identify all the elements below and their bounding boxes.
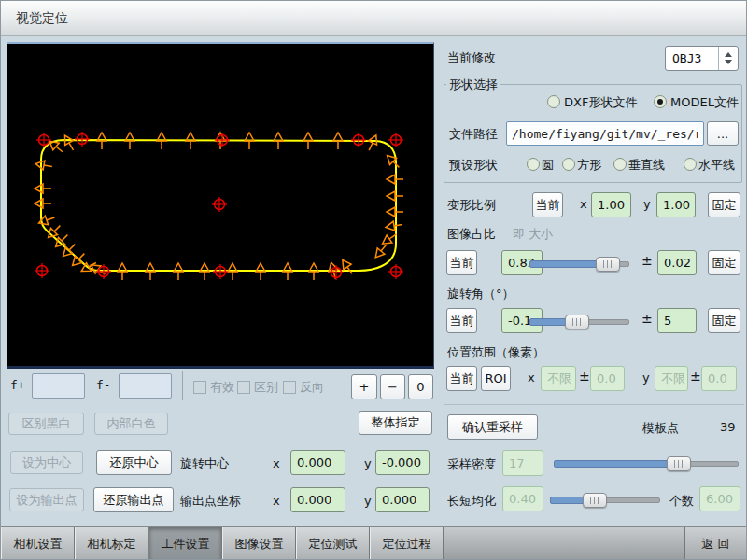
current-edit-label: 当前修改 <box>447 49 496 66</box>
canvas-frame <box>7 42 434 369</box>
sample-point-arrow-icon <box>256 263 265 280</box>
tab-positioning-test[interactable]: 定位测试 <box>296 527 370 560</box>
whole-designate-button[interactable]: 整体指定 <box>359 411 432 435</box>
tab-workpiece-settings[interactable]: 工件设置 <box>148 527 222 560</box>
density-slider-handle[interactable] <box>667 456 691 471</box>
page-title: 视觉定位 <box>16 10 68 27</box>
sample-point-arrow-icon <box>61 133 78 153</box>
sample-point-arrow-icon <box>372 242 389 260</box>
minus-button[interactable]: − <box>380 374 405 399</box>
tab-image-settings[interactable]: 图像设置 <box>222 527 296 560</box>
dxf-file-radio[interactable] <box>547 95 560 108</box>
ratio-fix-button[interactable]: 固定 <box>708 250 740 275</box>
dxf-file-radio-label[interactable]: DXF形状文件 <box>564 94 637 111</box>
sample-point-arrow-icon <box>35 199 51 208</box>
position-y-tol-field: 0.0 <box>701 366 737 391</box>
rotation-current-button[interactable]: 当前 <box>446 308 477 333</box>
f-minus-input[interactable] <box>119 373 172 399</box>
set-output-button: 设为输出点 <box>9 488 84 511</box>
averaging-slider-handle[interactable] <box>583 493 607 508</box>
scale-y-field[interactable]: 1.00 <box>656 192 696 217</box>
scale-current-button[interactable]: 当前 <box>532 192 563 217</box>
preset-vline-label[interactable]: 垂直线 <box>628 157 665 174</box>
preset-hline-label[interactable]: 水平线 <box>698 157 735 174</box>
center-y-field[interactable]: -0.000 <box>375 450 430 475</box>
ratio-slider[interactable] <box>529 256 629 271</box>
rotation-slider[interactable] <box>529 314 629 329</box>
sample-point-arrow-icon <box>37 213 56 228</box>
density-slider[interactable] <box>554 455 739 470</box>
density-label: 采样密度 <box>447 456 496 473</box>
scale-label: 变形比例 <box>447 197 496 214</box>
output-coord-label: 输出点坐标 <box>180 493 241 510</box>
restore-output-button[interactable]: 还原输出点 <box>93 487 174 512</box>
object-selector-value: OBJ3 <box>672 51 701 65</box>
crosshair-marker-icon <box>329 265 344 280</box>
valid-checkbox[interactable] <box>193 381 206 394</box>
preset-vline-radio[interactable] <box>613 158 627 171</box>
sample-point-arrow-icon <box>35 160 52 172</box>
vertical-divider <box>182 371 183 400</box>
scale-x-field[interactable]: 1.00 <box>591 192 631 217</box>
model-file-radio-label[interactable]: MODEL文件 <box>670 94 739 111</box>
file-path-input[interactable] <box>506 121 704 146</box>
scale-fix-button[interactable]: 固定 <box>708 192 740 217</box>
preset-square-radio[interactable] <box>562 158 575 171</box>
file-path-label: 文件路径 <box>449 126 498 143</box>
back-button[interactable]: 返 回 <box>684 527 746 560</box>
crosshair-marker-icon <box>212 197 227 212</box>
f-plus-input[interactable] <box>32 373 85 399</box>
averaging-slider[interactable] <box>550 492 660 507</box>
rotation-fix-button[interactable]: 固定 <box>708 308 740 333</box>
tab-camera-calibration[interactable]: 相机标定 <box>75 527 148 560</box>
vision-canvas[interactable] <box>7 44 433 366</box>
sample-point-arrow-icon <box>333 133 343 149</box>
model-file-radio[interactable] <box>654 95 667 108</box>
spin-up-icon[interactable] <box>725 52 732 57</box>
position-x-tol-field: 0.0 <box>590 366 625 391</box>
sample-point-arrow-icon <box>174 263 183 280</box>
roi-button[interactable]: ROI <box>481 366 511 391</box>
rotation-center-label: 旋转中心 <box>180 455 229 472</box>
scale-x-label: x <box>580 197 587 211</box>
ratio-slider-handle[interactable] <box>596 257 620 272</box>
sample-point-arrow-icon <box>385 220 402 232</box>
sample-point-arrow-icon <box>125 133 134 149</box>
distinguish-checkbox[interactable] <box>237 381 250 394</box>
shape-select-group-title: 形状选择 <box>446 77 500 93</box>
sample-point-arrow-icon <box>52 231 71 250</box>
zero-button[interactable]: 0 <box>408 374 433 399</box>
distinguish-bw-button: 区别黑白 <box>8 413 84 435</box>
ratio-current-button[interactable]: 当前 <box>446 250 477 275</box>
spinner-arrows-icon[interactable] <box>718 47 738 70</box>
output-x-field[interactable]: 0.000 <box>290 487 345 512</box>
browse-button[interactable]: ... <box>707 121 739 146</box>
crosshair-marker-icon <box>35 263 49 278</box>
position-current-button[interactable]: 当前 <box>446 366 477 391</box>
confirm-resample-button[interactable]: 确认重采样 <box>447 414 538 440</box>
ratio-hint-label: 即 大小 <box>513 226 553 243</box>
position-y-pm-sign: ± <box>690 369 701 384</box>
rotation-tol-field[interactable]: 5 <box>657 308 697 333</box>
preset-hline-radio[interactable] <box>684 158 697 171</box>
crosshair-marker-icon <box>388 133 403 147</box>
distinguish-checkbox-label: 区别 <box>254 379 278 396</box>
output-y-field[interactable]: 0.000 <box>375 487 430 512</box>
object-selector[interactable]: OBJ3 <box>665 46 739 71</box>
tab-camera-settings[interactable]: 相机设置 <box>1 527 75 560</box>
spin-down-icon[interactable] <box>725 60 732 64</box>
preset-circle-radio[interactable] <box>527 158 540 171</box>
f-minus-label: f- <box>96 378 111 392</box>
preset-square-label[interactable]: 方形 <box>577 157 601 174</box>
tab-positioning-process[interactable]: 定位过程 <box>370 527 444 560</box>
plus-button[interactable]: + <box>351 374 377 399</box>
center-x-field[interactable]: 0.000 <box>290 450 345 475</box>
inner-white-button: 内部白色 <box>94 413 168 435</box>
restore-center-button[interactable]: 还原中心 <box>96 450 172 475</box>
sample-point-arrow-icon <box>35 184 51 193</box>
reverse-checkbox[interactable] <box>283 381 296 394</box>
f-plus-label: f+ <box>10 378 25 392</box>
ratio-tol-field[interactable]: 0.02 <box>657 250 697 275</box>
preset-circle-label[interactable]: 圆 <box>542 157 554 174</box>
rotation-slider-handle[interactable] <box>565 315 589 329</box>
